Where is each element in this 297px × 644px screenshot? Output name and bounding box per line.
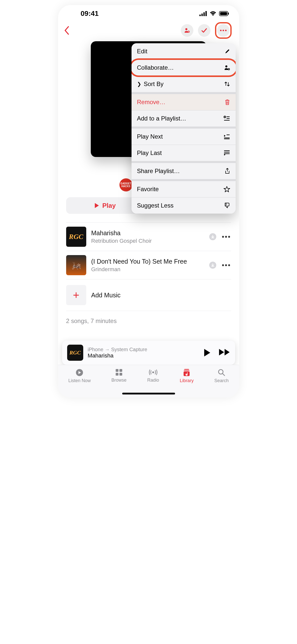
svg-point-22 bbox=[186, 374, 187, 375]
now-playing-artwork: RGC bbox=[67, 345, 83, 361]
menu-remove[interactable]: Remove… bbox=[132, 94, 236, 110]
menu-play-last[interactable]: Play Last bbox=[132, 145, 236, 161]
tab-label: Radio bbox=[147, 378, 159, 383]
tab-label: Listen Now bbox=[68, 378, 91, 383]
listen-now-icon bbox=[75, 369, 83, 377]
forward-control[interactable] bbox=[219, 348, 230, 357]
cellular-icon bbox=[199, 11, 207, 16]
thumbs-down-icon bbox=[224, 202, 230, 209]
play-label: Play bbox=[102, 202, 116, 210]
song-more-button[interactable]: ••• bbox=[222, 233, 231, 241]
add-to-playlist-icon bbox=[224, 116, 230, 121]
menu-label: Suggest Less bbox=[137, 202, 174, 209]
tab-listen-now[interactable]: Listen Now bbox=[68, 369, 91, 383]
download-icon[interactable] bbox=[209, 262, 216, 269]
back-button[interactable] bbox=[64, 26, 69, 35]
share-icon bbox=[225, 168, 230, 174]
context-menu: Edit Collaborate… ❯Sort By Remove… Add t… bbox=[132, 43, 236, 214]
song-more-button[interactable]: ••• bbox=[222, 261, 231, 269]
menu-label: Play Next bbox=[137, 133, 163, 140]
playlist-summary: 2 songs, 7 minutes bbox=[66, 311, 231, 342]
song-row[interactable]: RGC Maharisha Retribution Gospel Choir •… bbox=[66, 222, 231, 251]
radio-icon bbox=[148, 369, 158, 376]
tab-search[interactable]: Search bbox=[214, 369, 229, 383]
menu-sort-by[interactable]: ❯Sort By bbox=[132, 76, 236, 92]
pencil-icon bbox=[225, 49, 230, 54]
svg-rect-17 bbox=[119, 369, 122, 372]
sort-icon bbox=[224, 81, 230, 87]
svg-rect-19 bbox=[119, 373, 122, 376]
menu-label: Sort By bbox=[144, 80, 164, 88]
svg-rect-6 bbox=[228, 13, 229, 15]
svg-point-7 bbox=[185, 28, 187, 30]
chevron-right-icon: ❯ bbox=[137, 81, 141, 87]
play-next-icon bbox=[224, 134, 230, 139]
svg-rect-16 bbox=[116, 369, 118, 372]
tab-label: Library bbox=[180, 378, 194, 383]
play-last-icon bbox=[224, 150, 230, 156]
svg-rect-18 bbox=[116, 373, 118, 376]
nav-bar bbox=[58, 20, 239, 41]
now-playing-route: iPhone → System Capture bbox=[88, 347, 199, 352]
add-music-label: Add Music bbox=[91, 292, 121, 299]
tab-library[interactable]: Library bbox=[180, 369, 194, 383]
song-artist: Grinderman bbox=[91, 266, 204, 273]
song-list: RGC Maharisha Retribution Gospel Choir •… bbox=[66, 222, 231, 342]
menu-label: Remove… bbox=[137, 99, 165, 106]
tab-browse[interactable]: Browse bbox=[111, 369, 126, 383]
nav-actions bbox=[181, 22, 232, 39]
checkmark-icon bbox=[201, 27, 207, 34]
now-playing-bar[interactable]: RGC iPhone → System Capture Maharisha bbox=[62, 341, 235, 365]
menu-label: Edit bbox=[137, 48, 147, 55]
more-button[interactable] bbox=[217, 24, 230, 37]
trash-icon bbox=[225, 99, 230, 105]
status-indicators bbox=[199, 11, 229, 16]
menu-collaborate[interactable]: Collaborate… bbox=[132, 59, 236, 76]
phone-frame: 09:41 bbox=[58, 5, 239, 397]
svg-point-12 bbox=[225, 65, 227, 67]
menu-share[interactable]: Share Playlist… bbox=[132, 163, 236, 179]
status-time: 09:41 bbox=[81, 10, 99, 18]
checkmark-button[interactable] bbox=[198, 24, 210, 37]
wifi-icon bbox=[209, 11, 217, 16]
song-title: Maharisha bbox=[91, 229, 204, 237]
download-icon[interactable] bbox=[209, 233, 216, 240]
svg-rect-1 bbox=[201, 14, 203, 16]
svg-rect-0 bbox=[199, 15, 201, 16]
menu-suggest-less[interactable]: Suggest Less bbox=[132, 197, 236, 214]
ellipsis-icon bbox=[220, 29, 227, 31]
menu-edit[interactable]: Edit bbox=[132, 43, 236, 59]
song-artist: Retribution Gospel Choir bbox=[91, 238, 204, 244]
play-control[interactable] bbox=[203, 348, 211, 357]
search-icon bbox=[218, 369, 226, 377]
svg-point-20 bbox=[152, 372, 154, 373]
gadget-hacks-badge: GADGET HACKS bbox=[119, 178, 133, 191]
svg-rect-5 bbox=[220, 12, 227, 15]
browse-icon bbox=[115, 369, 123, 376]
add-music-row[interactable]: + Add Music bbox=[66, 279, 231, 311]
star-icon bbox=[224, 186, 230, 192]
song-row[interactable]: 🦗 (I Don't Need You To) Set Me Free Grin… bbox=[66, 251, 231, 279]
person-add-icon bbox=[224, 65, 230, 71]
more-button-highlight bbox=[215, 22, 232, 39]
collaborate-nav-button[interactable] bbox=[181, 24, 193, 37]
svg-point-9 bbox=[220, 30, 222, 31]
now-playing-title: Maharisha bbox=[88, 352, 199, 359]
menu-add-to-playlist[interactable]: Add to a Playlist… bbox=[132, 110, 236, 127]
menu-label: Add to a Playlist… bbox=[137, 115, 186, 122]
menu-label: Favorite bbox=[137, 186, 159, 193]
home-indicator[interactable] bbox=[122, 393, 175, 394]
menu-label: Collaborate… bbox=[137, 64, 174, 71]
tab-radio[interactable]: Radio bbox=[147, 369, 159, 383]
menu-label: Share Playlist… bbox=[137, 168, 180, 175]
song-artwork: 🦗 bbox=[66, 255, 86, 275]
play-icon bbox=[94, 203, 99, 208]
svg-rect-3 bbox=[205, 11, 207, 16]
person-add-icon bbox=[184, 27, 190, 33]
song-artwork: RGC bbox=[66, 227, 86, 247]
tab-label: Search bbox=[214, 378, 229, 383]
menu-play-next[interactable]: Play Next bbox=[132, 129, 236, 145]
tab-label: Browse bbox=[111, 378, 126, 383]
menu-favorite[interactable]: Favorite bbox=[132, 181, 236, 197]
svg-point-11 bbox=[225, 30, 227, 31]
